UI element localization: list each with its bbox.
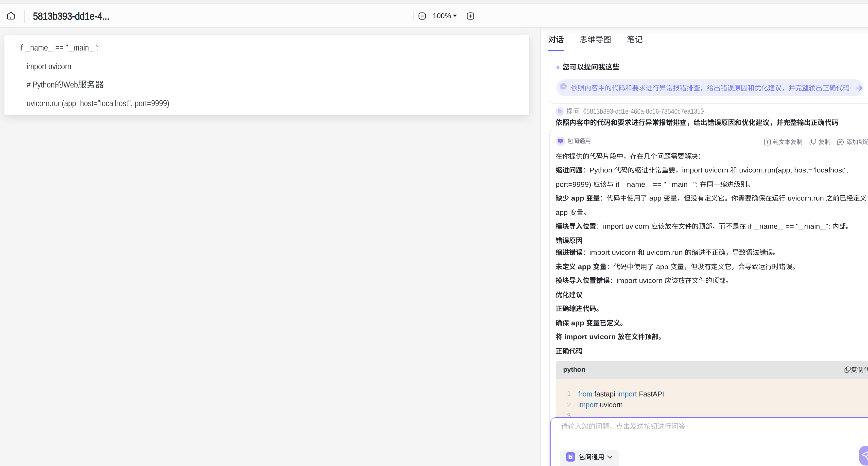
svg-text:b: b xyxy=(569,454,572,460)
svg-text:b: b xyxy=(560,140,561,143)
